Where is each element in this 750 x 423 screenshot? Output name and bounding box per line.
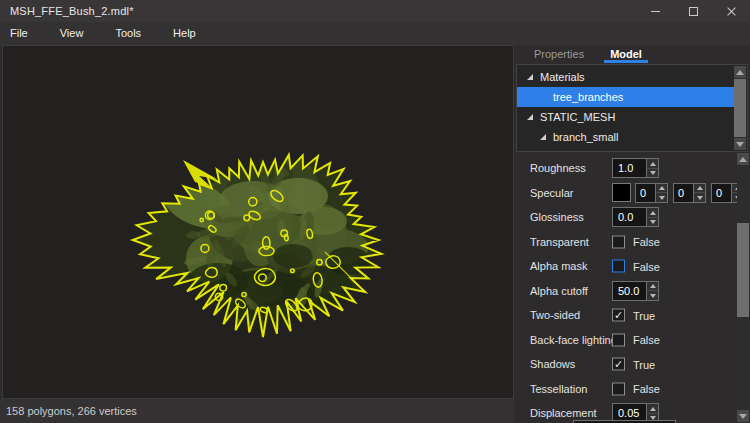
back-face-lighting-checkbox-value: False (633, 334, 660, 346)
menu-item-file[interactable]: File (0, 22, 44, 45)
alpha-cutoff-spinner-value[interactable]: 50.0 (612, 281, 646, 301)
tree-item-materials[interactable]: Materials (517, 67, 734, 87)
specular-1-spinner-up[interactable] (694, 184, 705, 194)
shadows-checkbox[interactable]: ✓ (612, 358, 625, 371)
prop-row-roughness: Roughness1.0 (514, 156, 750, 181)
specular-0-spinner: 0 (635, 183, 668, 203)
main-area: 158 polygons, 266 vertices PropertiesMod… (0, 45, 750, 423)
tree-item-label: branch_small (553, 131, 618, 143)
spinner-down-icon (697, 196, 703, 200)
close-button[interactable] (712, 0, 750, 22)
tab-model[interactable]: Model (604, 48, 648, 63)
spinner-down-icon (650, 220, 656, 224)
status-bar: 158 polygons, 266 vertices (0, 399, 514, 423)
prop-row-transparent: TransparentFalse (514, 230, 750, 255)
roughness-spinner-down[interactable] (647, 169, 658, 178)
maximize-button[interactable] (674, 0, 712, 22)
prop-control-alpha-cutoff: 50.0 (612, 281, 659, 301)
menu-item-view[interactable]: View (44, 22, 100, 45)
menu-item-tools[interactable]: Tools (99, 22, 157, 45)
roughness-spinner-arrows (646, 158, 659, 178)
expander-icon[interactable] (527, 74, 533, 80)
prop-label-alpha-mask: Alpha mask (530, 260, 587, 272)
prop-control-glossiness: 0.0 (612, 207, 659, 227)
prop-row-back-face-lighting: Back-face lightingFalse (514, 328, 750, 353)
specular-1-spinner: 0 (673, 183, 706, 203)
prop-control-transparent: False (612, 235, 660, 248)
tessellation-checkbox-value: False (633, 383, 660, 395)
minimize-icon (651, 11, 660, 12)
glossiness-spinner-value[interactable]: 0.0 (612, 207, 646, 227)
scroll-up-icon[interactable] (734, 66, 746, 78)
tree-item-tree-branches[interactable]: tree_branches (517, 87, 734, 107)
back-face-lighting-checkbox[interactable] (612, 333, 625, 346)
prop-label-glossiness: Glossiness (530, 211, 584, 223)
specular-0-spinner-down[interactable] (656, 193, 667, 202)
panel-tabs: PropertiesModel (514, 45, 750, 63)
prop-row-alpha-cutoff: Alpha cutoff50.0 (514, 279, 750, 304)
alpha-mask-checkbox[interactable] (612, 260, 625, 273)
prop-label-shadows: Shadows (530, 358, 575, 370)
prop-row-tessellation: TessellationFalse (514, 377, 750, 402)
glossiness-spinner-up[interactable] (647, 208, 658, 218)
specular-0-spinner-up[interactable] (656, 184, 667, 194)
expander-icon[interactable] (540, 134, 546, 140)
scroll-down-icon[interactable] (737, 410, 749, 422)
alpha-cutoff-spinner-down[interactable] (647, 291, 658, 300)
scroll-up-icon[interactable] (737, 153, 749, 165)
alpha-mask-checkbox-value: False (633, 260, 660, 272)
tab-properties[interactable]: Properties (528, 48, 590, 63)
properties-scrollbar[interactable] (737, 153, 749, 422)
alpha-cutoff-spinner-up[interactable] (647, 282, 658, 292)
viewport-3d-canvas[interactable] (3, 46, 513, 398)
menu-item-help[interactable]: Help (157, 22, 212, 45)
roughness-spinner: 1.0 (612, 158, 659, 178)
spinner-up-icon (659, 186, 665, 190)
prop-label-displacement: Displacement (530, 407, 597, 419)
glossiness-spinner-down[interactable] (647, 218, 658, 227)
specular-0-spinner-arrows (655, 183, 668, 203)
prop-label-back-face-lighting: Back-face lighting (530, 334, 617, 346)
spinner-down-icon (650, 294, 656, 298)
tree-scrollbar-thumb[interactable] (734, 79, 746, 137)
spinner-up-icon (650, 162, 656, 166)
specular-1-spinner-down[interactable] (694, 193, 705, 202)
transparent-checkbox[interactable] (612, 235, 625, 248)
viewport-3d[interactable] (2, 45, 514, 399)
close-icon (726, 6, 737, 17)
prop-label-specular: Specular (530, 187, 573, 199)
glossiness-spinner: 0.0 (612, 207, 659, 227)
prop-control-shadows: ✓True (612, 358, 655, 371)
specular-0-spinner-value[interactable]: 0 (635, 183, 655, 203)
prop-row-shadows: Shadows✓True (514, 352, 750, 377)
tree-item-static-mesh[interactable]: STATIC_MESH (517, 107, 734, 127)
title-bar: MSH_FFE_Bush_2.mdl* (0, 0, 750, 22)
prop-control-tessellation: False (612, 382, 660, 395)
prop-label-transparent: Transparent (530, 236, 589, 248)
specular-1-spinner-arrows (693, 183, 706, 203)
viewport-column: 158 polygons, 266 vertices (0, 45, 514, 423)
tree-scrollbar[interactable] (734, 66, 746, 150)
scroll-down-icon[interactable] (734, 138, 746, 150)
roughness-spinner-up[interactable] (647, 159, 658, 169)
minimize-button[interactable] (636, 0, 674, 22)
material-properties: Roughness1.0Specular000Glossiness0.0Tran… (514, 152, 750, 423)
specular-color-swatch[interactable] (612, 183, 631, 202)
tessellation-checkbox[interactable] (612, 382, 625, 395)
expander-icon[interactable] (527, 114, 533, 120)
spinner-up-icon (650, 211, 656, 215)
scene-tree: Materialstree_branchesSTATIC_MESHbranch_… (516, 64, 748, 152)
properties-scrollbar-thumb[interactable] (737, 223, 749, 317)
two-sided-checkbox[interactable]: ✓ (612, 309, 625, 322)
two-sided-checkbox-value: True (633, 309, 655, 321)
displacement-spinner-up[interactable] (647, 404, 658, 414)
maximize-icon (689, 7, 698, 16)
roughness-spinner-value[interactable]: 1.0 (612, 158, 646, 178)
specular-1-spinner-value[interactable]: 0 (673, 183, 693, 203)
tree-item-branch-small[interactable]: branch_small (517, 127, 734, 147)
shadows-checkbox-value: True (633, 358, 655, 370)
prop-label-roughness: Roughness (530, 162, 586, 174)
specular-2-spinner-value[interactable]: 0 (711, 183, 731, 203)
prop-control-two-sided: ✓True (612, 309, 655, 322)
prop-row-alpha-mask: Alpha maskFalse (514, 254, 750, 279)
